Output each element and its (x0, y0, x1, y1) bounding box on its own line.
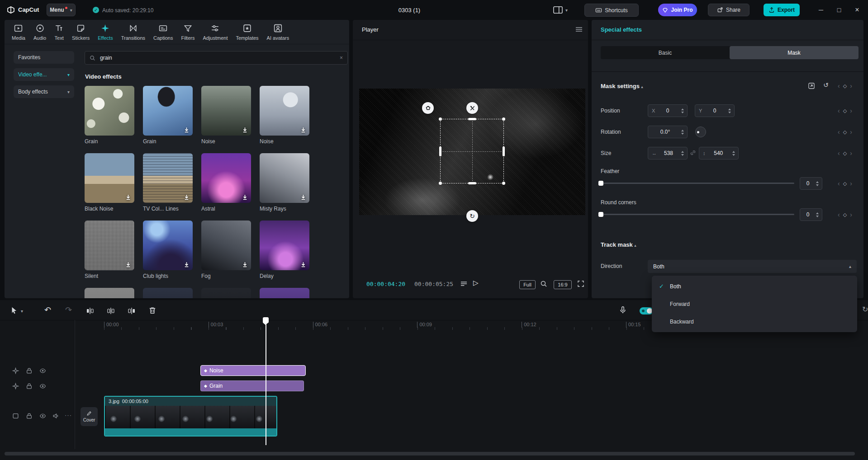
join-pro-button[interactable]: Join Pro (658, 4, 697, 16)
rotation-field[interactable]: 0.0° (648, 126, 688, 138)
tab-adjustment[interactable]: Adjustment (199, 23, 231, 41)
record-voiceover-icon[interactable] (619, 306, 627, 314)
select-tool-icon[interactable] (10, 306, 18, 314)
add-keyframe-icon[interactable]: ◇ (843, 212, 847, 218)
tab-filters[interactable]: Filters (177, 23, 198, 41)
timeline-scrollbar[interactable] (5, 452, 855, 455)
aspect-ratio-button[interactable]: 16:9 (554, 280, 572, 289)
next-keyframe-icon[interactable]: › (850, 180, 852, 187)
link-dimensions-icon[interactable] (689, 149, 697, 156)
layout-chevron-icon[interactable]: ▾ (565, 8, 568, 13)
mask-reset-region-icon[interactable] (808, 82, 815, 89)
menu-item-backward[interactable]: Backward (652, 313, 857, 330)
full-button[interactable]: Full (519, 280, 536, 289)
effect-item[interactable] (201, 288, 251, 298)
select-tool-chevron-icon[interactable]: ▾ (21, 309, 23, 314)
mask-width-field[interactable]: ↔ 538 (648, 147, 688, 160)
tab-basic[interactable]: Basic (601, 46, 730, 59)
position-x-field[interactable]: X 0 (648, 104, 688, 117)
mask-top-handle[interactable] (468, 118, 476, 120)
mask-corner-handle[interactable] (502, 182, 505, 185)
prev-keyframe-icon[interactable]: ‹ (838, 82, 840, 89)
mask-rotate-button[interactable]: ↻ (466, 210, 478, 222)
stepper[interactable] (680, 130, 685, 135)
mask-corner-handle[interactable] (502, 117, 505, 121)
effect-item-tv-col-lines[interactable]: TV Col... Lines (143, 153, 193, 212)
fullscreen-icon[interactable] (577, 280, 584, 287)
lock-icon[interactable] (26, 383, 33, 390)
mask-settings-header[interactable]: Mask settings ▴ (601, 83, 643, 89)
prev-keyframe-icon[interactable]: ‹ (838, 150, 840, 157)
effect-item[interactable] (260, 288, 309, 298)
round-corners-slider-knob[interactable] (598, 212, 603, 217)
clear-search-icon[interactable]: × (340, 55, 343, 61)
tab-audio[interactable]: Audio (30, 23, 50, 41)
add-keyframe-icon[interactable]: ◇ (843, 129, 847, 135)
download-icon[interactable] (300, 194, 307, 201)
stepper[interactable] (815, 212, 820, 217)
cover-button[interactable]: Cover (81, 407, 98, 426)
add-keyframe-icon[interactable]: ◇ (843, 83, 847, 89)
eye-icon[interactable] (39, 383, 46, 390)
effect-item-club-lights[interactable]: Club lights (143, 221, 193, 279)
player-menu-icon[interactable] (575, 26, 583, 34)
play-button[interactable]: ▷ (473, 279, 479, 287)
clipped-edge-icon[interactable]: ↻ (862, 305, 868, 314)
delete-right-icon[interactable] (128, 307, 136, 315)
effect-item-noise[interactable]: Noise (201, 86, 251, 145)
mask-right-handle[interactable] (503, 146, 505, 156)
stepper[interactable] (727, 108, 732, 113)
sidebar-item-video-effe[interactable]: Video effe...▾ (14, 68, 74, 81)
download-icon[interactable] (183, 127, 190, 133)
mask-corner-handle[interactable] (439, 182, 442, 185)
eye-icon[interactable] (39, 367, 46, 374)
tab-ai-avatars[interactable]: AI avatars (263, 23, 293, 41)
playhead-handle[interactable] (263, 317, 269, 323)
effect-item-grain[interactable]: Grain (143, 86, 193, 145)
menu-button[interactable]: Menu ▾ (47, 4, 76, 16)
prev-keyframe-icon[interactable]: ‹ (838, 211, 840, 218)
effect-item-delay[interactable]: Delay (260, 221, 309, 279)
preview-zoom-icon[interactable] (540, 280, 547, 287)
menu-item-forward[interactable]: Forward (652, 295, 857, 313)
menu-item-both[interactable]: ✓Both (652, 277, 857, 295)
shortcuts-button[interactable]: Shortcuts (584, 4, 639, 17)
rotation-dial[interactable] (695, 127, 706, 137)
track-mask-header[interactable]: Track mask ▴ (601, 241, 636, 248)
download-icon[interactable] (125, 261, 132, 268)
tab-text[interactable]: Text (51, 23, 67, 41)
effect-item-noise[interactable]: Noise (260, 86, 309, 145)
effect-item-misty-rays[interactable]: Misty Rays (260, 153, 309, 212)
track-more-icon[interactable]: ··· (65, 412, 72, 418)
mask-corner-handle[interactable] (439, 117, 442, 121)
tab-stickers[interactable]: Stickers (68, 23, 93, 41)
next-keyframe-icon[interactable]: › (850, 211, 852, 218)
round-corners-slider-track[interactable] (601, 214, 794, 215)
tab-media[interactable]: Media (8, 23, 29, 41)
layout-switch-icon[interactable] (553, 6, 563, 14)
minimize-button[interactable]: ─ (815, 5, 827, 15)
mask-height-field[interactable]: ↕ 540 (699, 147, 739, 160)
add-keyframe-icon[interactable]: ◇ (843, 108, 847, 114)
download-icon[interactable] (300, 261, 307, 268)
undo-icon[interactable]: ↶ (44, 305, 51, 315)
stepper[interactable] (731, 151, 736, 156)
playhead-line[interactable] (266, 320, 266, 445)
split-icon[interactable] (107, 307, 115, 315)
download-icon[interactable] (183, 194, 190, 201)
tab-captions[interactable]: Captions (150, 23, 176, 41)
lock-icon[interactable] (26, 413, 33, 419)
mask-bottom-handle[interactable] (468, 182, 476, 184)
tab-transitions[interactable]: Transitions (118, 23, 149, 41)
stepper[interactable] (680, 151, 685, 156)
direction-select[interactable]: Both ▴ (648, 260, 857, 273)
segments-icon[interactable] (460, 281, 467, 287)
mask-bounding-box[interactable] (440, 119, 504, 183)
effect-item-fog[interactable]: Fog (201, 221, 251, 279)
tab-templates[interactable]: Templates (232, 23, 262, 41)
next-keyframe-icon[interactable]: › (850, 150, 852, 157)
download-icon[interactable] (183, 261, 190, 268)
tab-mask[interactable]: Mask (730, 46, 859, 59)
share-button[interactable]: Share (708, 4, 749, 16)
effect-clip-noise[interactable]: ◆ Noise (200, 365, 306, 376)
